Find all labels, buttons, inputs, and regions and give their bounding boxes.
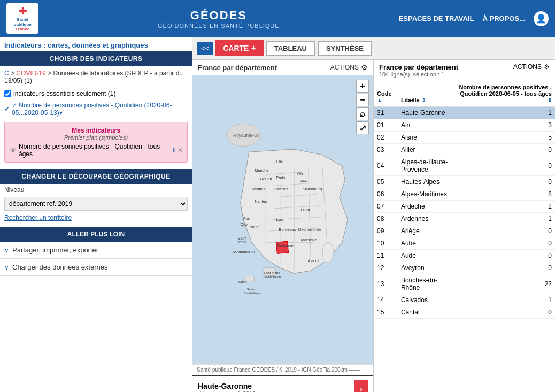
cell-code: 03 xyxy=(374,144,398,156)
table-row[interactable]: 11 Aude 0 xyxy=(374,250,555,262)
col-code-header[interactable]: Code ▲ xyxy=(374,81,398,106)
table-row[interactable]: 06 Alpes-Maritimes 8 xyxy=(374,188,555,201)
table-row[interactable]: 13 Bouches-du-Rhône 22 xyxy=(374,274,555,294)
table-row[interactable]: 10 Aube 0 xyxy=(374,237,555,250)
svg-text:Rennes: Rennes xyxy=(252,187,266,191)
svg-rect-43 xyxy=(246,276,254,282)
tabs-bar: << CARTE + TABLEAU SYNTHÈSE xyxy=(192,37,555,60)
table-row[interactable]: 15 Cantal 0 xyxy=(374,306,555,319)
svg-text:Dijon: Dijon xyxy=(301,207,310,212)
table-row[interactable]: 12 Aveyron 0 xyxy=(374,262,555,274)
zoom-search-btn[interactable]: ⌕ xyxy=(356,107,369,120)
header: ✚ Santé publique France GÉODES GÉO DONNÉ… xyxy=(0,0,555,37)
table-actions-btn[interactable]: ACTIONS ⚙ xyxy=(513,63,550,71)
table-row[interactable]: 07 Ardèche 2 xyxy=(374,201,555,213)
svg-text:Rouen: Rouen xyxy=(260,176,272,181)
table-row[interactable]: 03 Allier 0 xyxy=(374,144,555,156)
table-actions-label: ACTIONS xyxy=(513,63,542,71)
cell-libelle: Allier xyxy=(398,144,451,156)
changer-decoupage-btn[interactable]: CHANGER LE DÉCOUPAGE GÉOGRAPHIQUE xyxy=(0,169,192,184)
map-container[interactable]: Royaume-Uni xyxy=(192,75,373,364)
col-value-header[interactable]: Nombre de personnes positives - Quotidie… xyxy=(451,81,555,106)
charger-header[interactable]: ∨ Charger des données externes xyxy=(0,259,192,275)
tab-back-btn[interactable]: << xyxy=(197,42,213,55)
cell-code: 04 xyxy=(374,156,398,176)
logo-cross: ✚ xyxy=(19,5,27,17)
cell-value: 3 xyxy=(451,119,555,132)
col-libelle-header[interactable]: Libellé ⇕ xyxy=(398,81,451,106)
map-panel-header: France par département ACTIONS ⚙ xyxy=(192,60,373,75)
table-gear-icon: ⚙ xyxy=(544,63,550,71)
essential-label: indicateurs essentiels seulement (1) xyxy=(13,90,115,97)
table-scroll-area[interactable]: Code ▲ Libellé ⇕ Nombre de personnes pos… xyxy=(374,81,555,392)
eye-icon[interactable]: 👁 xyxy=(9,146,17,155)
breadcrumb-covid[interactable]: COVID-19 xyxy=(16,70,45,77)
table-row[interactable]: 08 Ardennes 1 xyxy=(374,213,555,225)
breadcrumb-c[interactable]: C xyxy=(4,70,9,77)
zoom-out-btn[interactable]: − xyxy=(356,94,369,106)
table-row[interactable]: 02 Aisne 5 xyxy=(374,132,555,144)
svg-text:Barthélémy: Barthélémy xyxy=(244,291,260,295)
libelle-sort-icon: ⇕ xyxy=(421,97,426,103)
cell-code: 08 xyxy=(374,213,398,225)
table-panel-subtitle: 104 ligne(s), sélection : 1 xyxy=(379,71,458,78)
table-row[interactable]: 09 Ariège 0 xyxy=(374,225,555,237)
choisir-indicateurs-btn[interactable]: CHOISIR DES INDICATEURS xyxy=(0,51,192,66)
table-row[interactable]: 04 Alpes-de-Haute-Provence 0 xyxy=(374,156,555,176)
dept-arrow-btn[interactable]: › xyxy=(354,380,368,392)
partager-label: Partager, imprimer, exporter xyxy=(12,246,98,254)
map-panel-title: France par département xyxy=(198,64,277,72)
svg-text:Nantes: Nantes xyxy=(255,199,267,204)
map-controls: + − ⌕ ⤢ xyxy=(356,80,369,134)
svg-text:Alle: Alle xyxy=(297,171,303,176)
cell-libelle: Ain xyxy=(398,119,451,132)
tab-tableau-btn[interactable]: TABLEAU xyxy=(266,41,315,56)
table-row[interactable]: 01 Ain 3 xyxy=(374,119,555,132)
table-row[interactable]: 14 Calvados 1 xyxy=(374,294,555,306)
indicator-active-row: ✓ ✓ Nombre de personnes positives - Quot… xyxy=(0,99,192,119)
indicator-label[interactable]: ✓ Nombre de personnes positives - Quotid… xyxy=(12,102,188,117)
zoom-in-btn[interactable]: + xyxy=(356,80,369,93)
table-row[interactable]: 31 Haute-Garonne 1 xyxy=(374,106,555,119)
essential-checkbox[interactable] xyxy=(4,90,11,97)
table-header-row: Code ▲ Libellé ⇕ Nombre de personnes pos… xyxy=(374,81,555,106)
cell-libelle: Aude xyxy=(398,250,451,262)
map-gear-icon: ⚙ xyxy=(361,63,368,72)
header-nav: ESPACES DE TRAVAIL À PROPOS... 👤 xyxy=(399,11,549,26)
cell-libelle: Aisne xyxy=(398,132,451,144)
user-icon[interactable]: 👤 xyxy=(534,11,549,26)
mes-indicateurs-box: Mes indicateurs Premier plan (symboles) … xyxy=(4,122,188,163)
rechercher-territoire-link[interactable]: Rechercher un territoire xyxy=(0,213,192,222)
zoom-expand-btn[interactable]: ⤢ xyxy=(356,121,369,134)
svg-text:Saint-Pierre-: Saint-Pierre- xyxy=(264,271,281,274)
tab-synthese-btn[interactable]: SYNTHÈSE xyxy=(318,41,372,56)
info-icon[interactable]: ℹ xyxy=(173,147,175,154)
map-actions-btn[interactable]: ACTIONS ⚙ xyxy=(330,63,368,72)
aller-plus-loin-btn[interactable]: ALLER PLUS LOIN xyxy=(0,227,192,242)
cell-value: 0 xyxy=(451,225,555,237)
cell-libelle: Aube xyxy=(398,237,451,250)
sidebar: Indicateurs : cartes, données et graphiq… xyxy=(0,37,192,392)
table-row[interactable]: 05 Hautes-Alpes 0 xyxy=(374,176,555,188)
logo-line1: Santé xyxy=(17,17,28,22)
cell-code: 01 xyxy=(374,119,398,132)
partager-header[interactable]: ∨ Partager, imprimer, exporter xyxy=(0,242,192,258)
svg-text:France: France xyxy=(247,225,259,229)
charger-section: ∨ Charger des données externes xyxy=(0,259,192,276)
content-area: << CARTE + TABLEAU SYNTHÈSE France par d… xyxy=(192,37,555,392)
nav-apropos[interactable]: À PROPOS... xyxy=(483,14,525,22)
main-layout: Indicateurs : cartes, données et graphiq… xyxy=(0,37,555,392)
cell-value: 0 xyxy=(451,262,555,274)
table-info: France par département 104 ligne(s), sél… xyxy=(379,63,458,78)
tab-carte-btn[interactable]: CARTE + xyxy=(215,40,264,56)
close-icon[interactable]: ✕ xyxy=(178,147,183,154)
cell-code: 05 xyxy=(374,176,398,188)
cell-code: 31 xyxy=(374,106,398,119)
svg-text:Marseille: Marseille xyxy=(301,237,317,242)
mes-indicateurs-subtitle: Premier plan (symboles) xyxy=(9,134,183,141)
code-sort-icon: ▲ xyxy=(377,97,382,103)
mes-indicateurs-title: Mes indicateurs xyxy=(9,127,183,134)
map-table-layout: France par département ACTIONS ⚙ Roya xyxy=(192,60,555,392)
nav-espaces[interactable]: ESPACES DE TRAVAIL xyxy=(399,14,474,22)
niveau-select[interactable]: département ref. 2019 xyxy=(4,197,188,211)
